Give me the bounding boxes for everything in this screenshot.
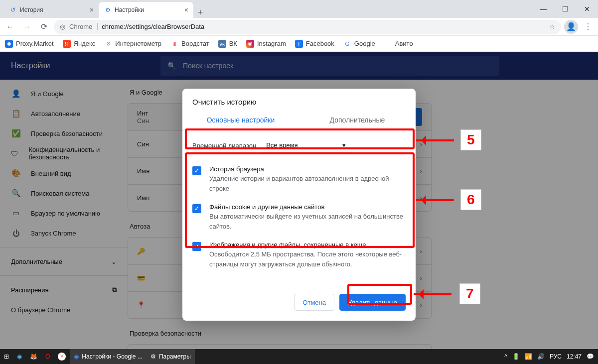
bookmark-avito[interactable]: ⁘Авито <box>384 40 413 48</box>
annotation-box-5 <box>185 128 415 149</box>
origin-chip: Chrome <box>69 23 98 30</box>
language-indicator[interactable]: РУС <box>550 353 562 360</box>
annotation-number-7: 7 <box>459 283 480 304</box>
close-icon[interactable]: × <box>90 6 94 14</box>
tab-label: Настройки <box>115 6 144 13</box>
gear-icon: ⚙ <box>104 6 112 14</box>
task-chrome-settings[interactable]: ◉Настройки - Google ... <box>70 349 147 364</box>
annotation-arrow-5 <box>416 138 461 143</box>
system-tray: ^ 🔋 📶 🔊 РУС 12:47 💬 <box>504 353 598 360</box>
tab-strip: ↺ История × ⚙ Настройки × + <box>0 0 532 18</box>
browser-toolbar: ← → ⟳ ◎ Chrome chrome://settings/clearBr… <box>0 18 598 36</box>
bookmark-inetometer[interactable]: ⊘Интернетометр <box>104 40 161 48</box>
bookmark-facebook[interactable]: fFacebook <box>295 40 334 48</box>
annotation-box-6 <box>185 152 415 248</box>
bookmark-yandex[interactable]: ЯЯндекс <box>63 40 96 48</box>
profile-avatar[interactable]: 👤 <box>564 20 578 34</box>
address-bar[interactable]: ◎ Chrome chrome://settings/clearBrowserD… <box>54 20 561 34</box>
annotation-arrow-7 <box>414 292 458 297</box>
task-windows-settings[interactable]: ⚙Параметры <box>147 349 195 364</box>
bookmark-google[interactable]: GGoogle <box>343 40 375 48</box>
task-yandex[interactable]: Y <box>54 349 70 364</box>
clock[interactable]: 12:47 <box>567 353 582 360</box>
bookmark-proxy[interactable]: ◆Proxy.Market <box>5 40 54 48</box>
menu-button[interactable]: ⋮ <box>581 20 595 34</box>
task-edge[interactable]: ◉ <box>13 349 26 364</box>
bookmarks-bar: ◆Proxy.Market ЯЯндекс ⊘Интернетометр ıll… <box>0 36 598 52</box>
bookmark-vk[interactable]: vкВК <box>218 40 237 48</box>
tab-advanced[interactable]: Дополнительные <box>299 111 416 130</box>
close-window-button[interactable]: ✕ <box>576 0 598 18</box>
back-button[interactable]: ← <box>3 20 17 34</box>
window-controls: — ☐ ✕ <box>532 0 598 18</box>
annotation-number-6: 6 <box>460 189 481 210</box>
window-titlebar: ↺ История × ⚙ Настройки × + — ☐ ✕ <box>0 0 598 18</box>
action-center-icon[interactable]: 💬 <box>587 353 594 360</box>
bookmark-wordstat[interactable]: ıllВордстат <box>170 40 209 48</box>
volume-icon[interactable]: 🔊 <box>537 353 545 360</box>
close-icon[interactable]: × <box>184 6 188 14</box>
dialog-title: Очистить историю <box>182 89 416 111</box>
dialog-tabs: Основные настройки Дополнительные <box>182 111 416 130</box>
annotation-arrow-6 <box>416 198 461 203</box>
bookmark-instagram[interactable]: ◉Instagram <box>246 40 286 48</box>
start-button[interactable]: ⊞ <box>0 349 13 364</box>
minimize-button[interactable]: — <box>532 0 554 18</box>
chrome-icon: ◎ <box>60 23 65 30</box>
tab-basic[interactable]: Основные настройки <box>182 111 299 130</box>
annotation-number-5: 5 <box>460 129 481 150</box>
bookmark-star-icon[interactable]: ☆ <box>549 23 555 30</box>
maximize-button[interactable]: ☐ <box>554 0 576 18</box>
windows-taskbar: ⊞ ◉ 🦊 O Y ◉Настройки - Google ... ⚙Парам… <box>0 349 598 364</box>
history-icon: ↺ <box>9 6 17 14</box>
annotation-box-7 <box>347 284 412 305</box>
battery-icon[interactable]: 🔋 <box>512 353 520 360</box>
network-icon[interactable]: 📶 <box>525 353 532 360</box>
task-opera[interactable]: O <box>41 349 54 364</box>
forward-button[interactable]: → <box>20 20 34 34</box>
tab-label: История <box>20 6 43 13</box>
cancel-button[interactable]: Отмена <box>294 294 334 311</box>
task-firefox[interactable]: 🦊 <box>26 349 41 364</box>
new-tab-button[interactable]: + <box>193 7 207 18</box>
tab-settings[interactable]: ⚙ Настройки × <box>99 2 193 18</box>
url-text: chrome://settings/clearBrowserData <box>102 23 204 30</box>
reload-button[interactable]: ⟳ <box>37 20 51 34</box>
tab-history[interactable]: ↺ История × <box>4 2 99 18</box>
tray-chevron-icon[interactable]: ^ <box>504 353 507 360</box>
